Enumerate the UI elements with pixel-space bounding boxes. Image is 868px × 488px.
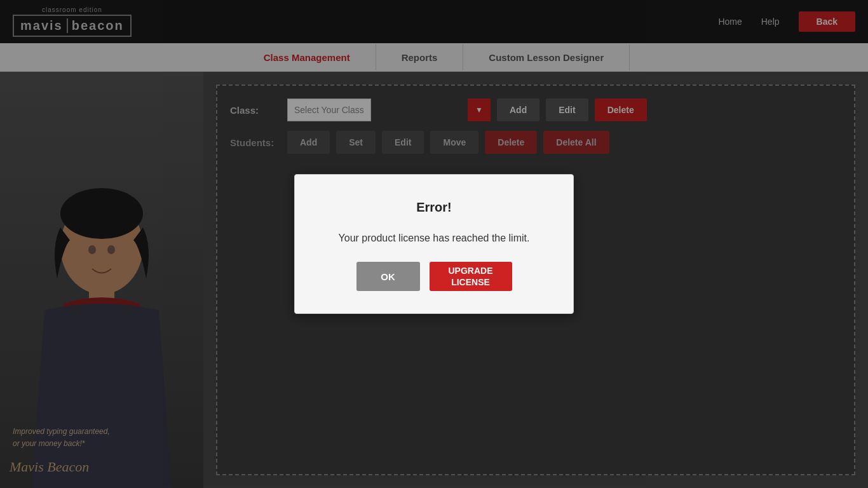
- modal-title: Error!: [416, 200, 452, 215]
- modal-overlay: Error! Your product license has reached …: [0, 0, 868, 488]
- ok-button[interactable]: OK: [356, 262, 420, 291]
- modal-dialog: Error! Your product license has reached …: [294, 174, 574, 314]
- modal-message: Your product license has reached the lim…: [339, 231, 530, 246]
- upgrade-license-button[interactable]: UPGRADELICENSE: [430, 262, 512, 291]
- modal-buttons: OK UPGRADELICENSE: [356, 262, 512, 291]
